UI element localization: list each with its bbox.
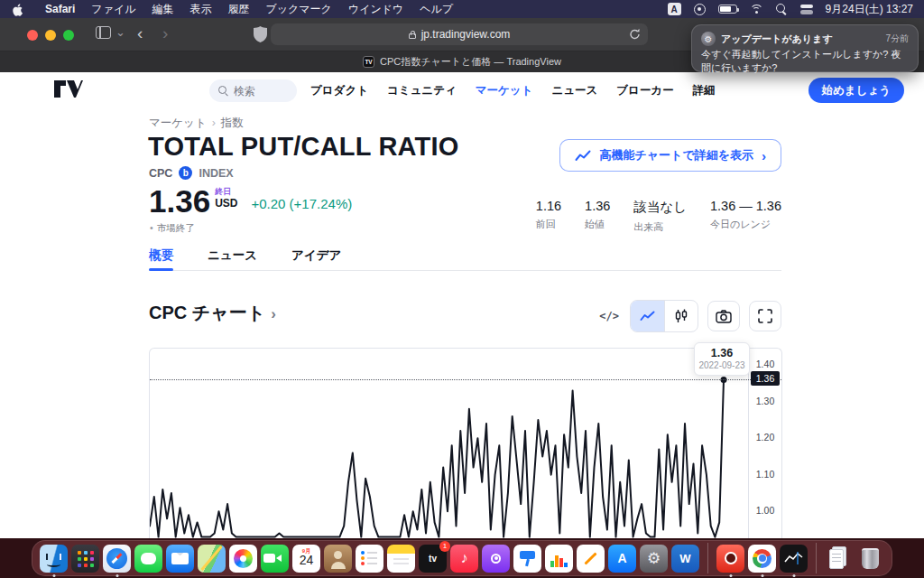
candles-chart-type-button[interactable]: [664, 301, 698, 331]
battery-icon[interactable]: [718, 5, 737, 14]
key-stats-row: 1.16前回1.36始値該当なし出来高1.36 — 1.36今日のレンジ: [536, 199, 781, 234]
menu-item-window[interactable]: ウインドウ: [340, 2, 411, 17]
dock-word-icon[interactable]: W: [671, 545, 699, 573]
input-source-icon[interactable]: A: [668, 3, 681, 15]
zoom-window-button[interactable]: [63, 30, 74, 41]
dock-numbers-icon[interactable]: [545, 545, 573, 573]
embed-code-icon[interactable]: </>: [599, 310, 619, 322]
open-advanced-chart-button[interactable]: 高機能チャートで詳細を表示 ›: [559, 139, 781, 172]
fullscreen-button[interactable]: [749, 301, 781, 331]
dock-documents-icon[interactable]: [825, 545, 853, 573]
line-chart-type-button[interactable]: [631, 301, 664, 331]
snapshot-camera-button[interactable]: [707, 301, 740, 331]
chart-y-axis[interactable]: 1.36 1.401.301.201.101.00: [748, 349, 781, 538]
dock-reminders-icon[interactable]: [356, 545, 383, 573]
nav-item-2[interactable]: マーケット: [476, 83, 533, 98]
chart-plot-area[interactable]: [150, 349, 748, 538]
dock-notes-icon[interactable]: [387, 545, 415, 573]
tradingview-logo[interactable]: [54, 80, 83, 102]
breadcrumb-indices[interactable]: 指数: [221, 117, 244, 129]
reload-button[interactable]: [629, 28, 641, 43]
update-notification[interactable]: ⚙ アップデートがあります 7分前 今すぐ再起動してインストールしますか? 夜間…: [691, 24, 919, 72]
dock-podcasts-icon[interactable]: [482, 545, 510, 573]
back-button[interactable]: ‹: [137, 23, 143, 44]
dock-launchpad-icon[interactable]: [71, 545, 99, 573]
tab-1[interactable]: ニュース: [208, 244, 257, 270]
macos-menu-bar: Safari ファイル 編集 表示 履歴 ブックマーク ウインドウ ヘルプ A …: [0, 0, 924, 18]
dock-app-store-icon[interactable]: A: [608, 545, 636, 573]
menu-item-history[interactable]: 履歴: [219, 2, 257, 17]
macos-dock: 9月24tv1♪A⚙W: [32, 540, 892, 576]
forward-button[interactable]: ›: [162, 23, 168, 44]
site-search[interactable]: [209, 79, 297, 102]
menu-item-view[interactable]: 表示: [181, 2, 219, 17]
search-input[interactable]: [234, 85, 286, 98]
minimize-window-button[interactable]: [45, 30, 56, 41]
address-bar[interactable]: jp.tradingview.com: [271, 23, 648, 45]
running-indicator: [729, 574, 732, 577]
nav-item-0[interactable]: プロダクト: [310, 83, 368, 98]
dock-keynote-icon[interactable]: [513, 545, 541, 573]
dock-facetime-icon[interactable]: [261, 545, 289, 573]
dock-finder-icon[interactable]: [40, 545, 68, 573]
control-center-icon[interactable]: [800, 4, 813, 15]
exchange-label: INDEX: [199, 167, 233, 180]
menu-item-edit[interactable]: 編集: [143, 2, 181, 17]
breadcrumb-markets[interactable]: マーケット: [149, 117, 207, 129]
privacy-shield-icon[interactable]: [254, 26, 267, 46]
notification-time: 7分前: [885, 33, 909, 45]
nav-item-5[interactable]: 詳細: [693, 83, 716, 98]
dock-contacts-icon[interactable]: [324, 545, 352, 573]
close-window-button[interactable]: [27, 30, 38, 41]
dock-apple-tv-icon[interactable]: tv1: [419, 545, 447, 573]
active-tab-title[interactable]: CPC指数チャートと価格 — TradingView: [380, 55, 561, 69]
menu-bar-clock[interactable]: 9月24日(土) 13:27: [826, 2, 913, 17]
wifi-icon[interactable]: [750, 5, 763, 14]
dock-safari-icon[interactable]: [103, 545, 131, 573]
tradingview-favicon: TV: [363, 56, 374, 68]
dock-mail-icon[interactable]: [166, 545, 194, 573]
dock-chrome-icon[interactable]: [748, 545, 776, 573]
chart-section-title[interactable]: CPC チャート›: [149, 301, 276, 325]
notification-badge: 1: [439, 541, 450, 552]
y-axis-tick: 1.00: [749, 505, 781, 516]
running-indicator: [792, 574, 795, 577]
nav-item-4[interactable]: ブローカー: [616, 83, 673, 98]
page-tabs: 概要ニュースアイデア: [149, 244, 781, 271]
screen-record-icon[interactable]: [694, 4, 706, 15]
dock-photo-booth-icon[interactable]: [716, 545, 744, 573]
dock-photos-icon[interactable]: [229, 545, 257, 573]
apple-menu-icon[interactable]: [13, 4, 24, 15]
sidebar-toggle-button[interactable]: ⌄: [96, 25, 125, 39]
dock-divider: [816, 543, 817, 573]
dock-pages-icon[interactable]: [577, 545, 605, 573]
tab-0[interactable]: 概要: [149, 244, 173, 270]
spotlight-icon[interactable]: [776, 4, 788, 15]
nav-item-1[interactable]: コミュニティ: [387, 83, 457, 98]
section-chevron-icon: ›: [271, 305, 276, 322]
menu-item-bookmarks[interactable]: ブックマーク: [257, 2, 339, 17]
dock-messages-icon[interactable]: [134, 545, 162, 573]
running-indicator: [52, 574, 55, 577]
dock-stocks-icon[interactable]: [780, 545, 808, 573]
url-text: jp.tradingview.com: [421, 28, 511, 41]
breadcrumb: マーケット›指数: [149, 116, 244, 131]
dock-trash-icon[interactable]: [856, 545, 884, 573]
get-started-button[interactable]: 始めましょう: [808, 78, 904, 103]
y-axis-tick: 1.20: [749, 432, 781, 443]
dock-maps-icon[interactable]: [198, 545, 226, 573]
nav-item-3[interactable]: ニュース: [551, 83, 597, 98]
tab-2[interactable]: アイデア: [291, 244, 341, 270]
dock-calendar-icon[interactable]: 9月24: [292, 545, 320, 573]
menu-item-help[interactable]: ヘルプ: [411, 2, 461, 17]
dock-music-icon[interactable]: ♪: [450, 545, 478, 573]
settings-gear-icon: ⚙: [701, 32, 716, 46]
menu-item-safari[interactable]: Safari: [37, 3, 83, 15]
price-change: +0.20 (+17.24%): [251, 196, 352, 211]
last-price-dotted-line: [150, 379, 781, 380]
price-chart[interactable]: 1.36 1.401.301.201.101.00 1.36 2022-09-2…: [149, 348, 782, 538]
y-axis-tick: 1.30: [749, 396, 781, 406]
chart-controls: </>: [599, 300, 781, 332]
dock-system-settings-icon[interactable]: ⚙: [640, 545, 668, 573]
menu-item-file[interactable]: ファイル: [83, 2, 143, 17]
